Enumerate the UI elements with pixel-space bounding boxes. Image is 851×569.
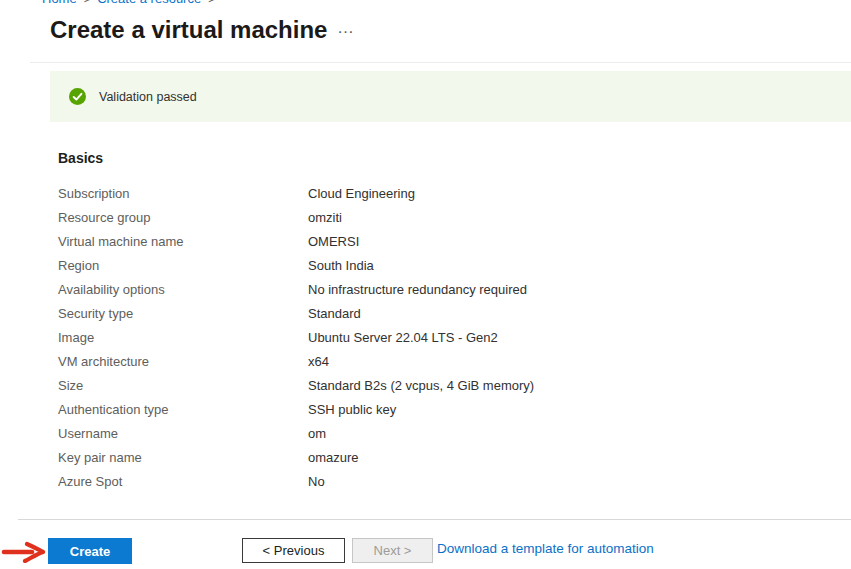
detail-row-azure-spot: Azure Spot No: [58, 469, 831, 493]
detail-label: Image: [58, 330, 308, 345]
detail-value: Cloud Engineering: [308, 186, 415, 201]
detail-row-security-type: Security type Standard: [58, 301, 831, 325]
detail-label: Resource group: [58, 210, 308, 225]
footer-divider: [18, 519, 851, 520]
detail-value: omziti: [308, 210, 342, 225]
detail-row-region: Region South India: [58, 253, 831, 277]
detail-label: Subscription: [58, 186, 308, 201]
detail-row-size: Size Standard B2s (2 vcpus, 4 GiB memory…: [58, 373, 831, 397]
detail-value: om: [308, 426, 326, 441]
detail-row-availability-options: Availability options No infrastructure r…: [58, 277, 831, 301]
page-title: Create a virtual machine: [50, 16, 327, 44]
detail-row-authentication-type: Authentication type SSH public key: [58, 397, 831, 421]
next-button[interactable]: Next >: [352, 538, 433, 563]
detail-value: omazure: [308, 450, 359, 465]
more-options-icon[interactable]: …: [337, 18, 355, 38]
detail-label: Authentication type: [58, 402, 308, 417]
detail-value: x64: [308, 354, 329, 369]
header-divider: [30, 62, 851, 63]
detail-value: No infrastructure redundancy required: [308, 282, 527, 297]
breadcrumb-separator: >: [208, 0, 214, 5]
detail-label: Size: [58, 378, 308, 393]
detail-value: Ubuntu Server 22.04 LTS - Gen2: [308, 330, 498, 345]
detail-value: South India: [308, 258, 374, 273]
download-template-link[interactable]: Download a template for automation: [437, 541, 654, 556]
detail-value: Standard: [308, 306, 361, 321]
detail-label: Security type: [58, 306, 308, 321]
detail-value: SSH public key: [308, 402, 396, 417]
breadcrumb-link-home[interactable]: Home: [42, 0, 77, 6]
previous-button[interactable]: < Previous: [242, 538, 345, 563]
create-button[interactable]: Create: [48, 538, 132, 564]
detail-row-username: Username om: [58, 421, 831, 445]
success-check-icon: [69, 88, 86, 105]
breadcrumb: Home > Create a resource >: [42, 0, 215, 6]
detail-label: Azure Spot: [58, 474, 308, 489]
detail-label: VM architecture: [58, 354, 308, 369]
detail-label: Availability options: [58, 282, 308, 297]
detail-row-subscription: Subscription Cloud Engineering: [58, 181, 831, 205]
detail-row-vm-architecture: VM architecture x64: [58, 349, 831, 373]
detail-value: Standard B2s (2 vcpus, 4 GiB memory): [308, 378, 534, 393]
detail-value: No: [308, 474, 325, 489]
detail-row-virtual-machine-name: Virtual machine name OMERSI: [58, 229, 831, 253]
detail-label: Key pair name: [58, 450, 308, 465]
details-list: Subscription Cloud Engineering Resource …: [58, 181, 831, 493]
detail-value: OMERSI: [308, 234, 359, 249]
breadcrumb-separator: >: [84, 0, 90, 5]
detail-row-image: Image Ubuntu Server 22.04 LTS - Gen2: [58, 325, 831, 349]
detail-label: Username: [58, 426, 308, 441]
detail-label: Region: [58, 258, 308, 273]
validation-banner-text: Validation passed: [99, 90, 197, 104]
detail-row-resource-group: Resource group omziti: [58, 205, 831, 229]
validation-banner: Validation passed: [50, 71, 851, 122]
detail-label: Virtual machine name: [58, 234, 308, 249]
section-heading-basics: Basics: [58, 150, 103, 166]
red-arrow-annotation: [1, 541, 49, 563]
breadcrumb-link-create-a-resource[interactable]: Create a resource: [97, 0, 201, 6]
detail-row-key-pair-name: Key pair name omazure: [58, 445, 831, 469]
